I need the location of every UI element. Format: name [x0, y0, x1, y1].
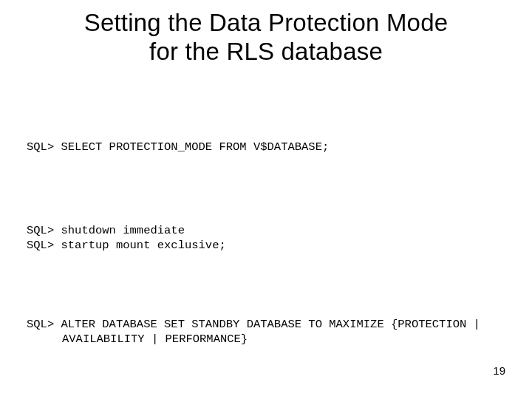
title-line-2: for the RLS database: [149, 38, 383, 65]
sql-block-1: SQL> SELECT PROTECTION_MODE FROM V$DATAB…: [27, 140, 505, 155]
sql-line: SQL> shutdown immediate: [27, 224, 185, 237]
sql-line: SQL> ALTER DATABASE SET STANDBY DATABASE…: [27, 318, 487, 346]
title-line-1: Setting the Data Protection Mode: [84, 9, 449, 36]
slide: Setting the Data Protection Mode for the…: [0, 0, 532, 399]
sql-block-2: SQL> shutdown immediate SQL> startup mou…: [27, 224, 505, 253]
sql-line: SQL> SELECT PROTECTION_MODE FROM V$DATAB…: [27, 140, 329, 154]
sql-line: SQL> startup mount exclusive;: [27, 239, 226, 252]
sql-block-3: SQL> ALTER DATABASE SET STANDBY DATABASE…: [27, 318, 505, 347]
slide-title: Setting the Data Protection Mode for the…: [0, 9, 532, 66]
slide-body: SQL> SELECT PROTECTION_MODE FROM V$DATAB…: [27, 111, 505, 399]
page-number: 19: [493, 364, 505, 377]
